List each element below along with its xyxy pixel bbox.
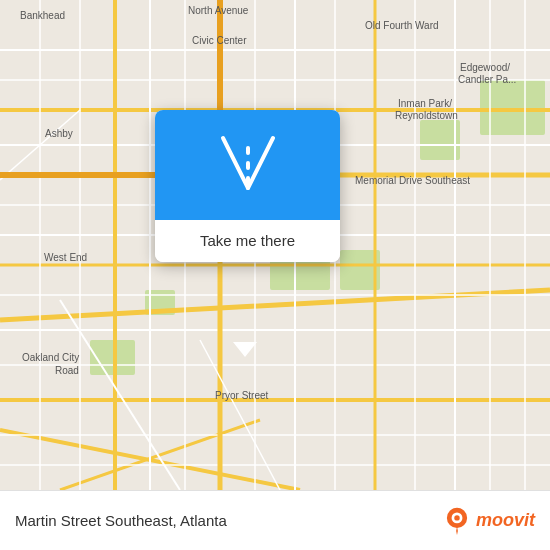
moovit-pin-icon [443,507,471,535]
nav-card-bottom: Take me there [155,220,340,262]
nav-card: Take me there [155,110,340,262]
map-container: Bankhead North Avenue Old Fourth Ward Ci… [0,0,550,490]
road-icon [213,128,283,202]
svg-point-50 [454,515,459,520]
location-info: Martin Street Southeast, Atlanta [15,512,443,529]
svg-line-44 [248,138,273,188]
take-me-there-button[interactable]: Take me there [200,232,295,249]
nav-card-icon-area [155,110,340,220]
bottom-bar: Martin Street Southeast, Atlanta moovit [0,490,550,550]
nav-card-pointer [233,342,257,357]
moovit-logo-text: moovit [476,510,535,531]
moovit-logo: moovit [443,507,535,535]
svg-line-43 [223,138,248,188]
location-name: Martin Street Southeast, Atlanta [15,512,443,529]
